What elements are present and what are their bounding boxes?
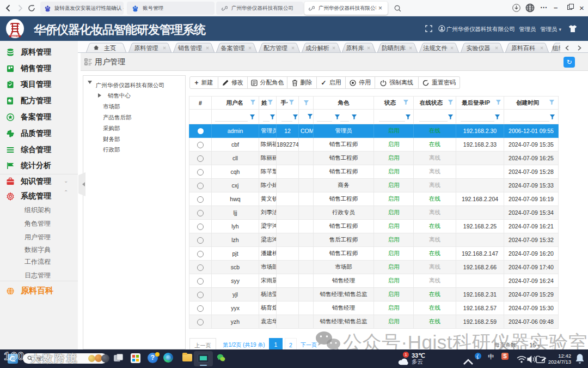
- svg-text:主页: 主页: [104, 45, 116, 51]
- svg-text:备案管理: 备案管理: [221, 45, 245, 51]
- svg-text:配方管理: 配方管理: [264, 45, 287, 51]
- svg-text:原料库: 原料库: [346, 45, 364, 51]
- svg-text:实验仪器: 实验仪器: [467, 45, 491, 51]
- svg-text:销售管理: 销售管理: [177, 45, 202, 51]
- svg-text:法规文件: 法规文件: [423, 45, 448, 51]
- svg-text:原料管理: 原料管理: [134, 45, 158, 51]
- svg-text:防晒剂库: 防晒剂库: [382, 45, 406, 51]
- svg-text:原料百科: 原料百科: [511, 45, 535, 51]
- svg-text:成分解析: 成分解析: [305, 45, 329, 51]
- svg-text:华侨有为: 华侨有为: [11, 35, 19, 38]
